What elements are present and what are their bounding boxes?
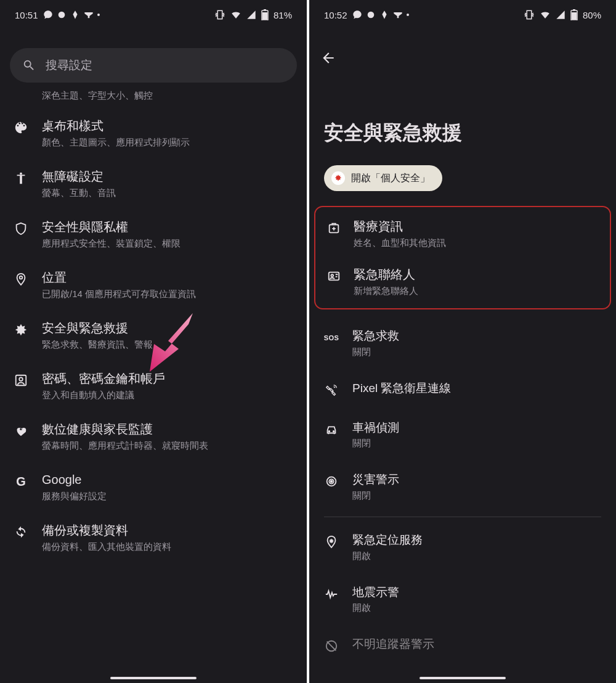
svg-point-4: [20, 173, 22, 175]
setting-sub-partial: 深色主題、字型大小、觸控: [0, 90, 307, 108]
palette-icon: [14, 120, 28, 135]
setting-backup[interactable]: 備份或複製資料 備份資料、匯入其他裝置的資料: [0, 512, 307, 563]
setting-safety-emergency[interactable]: 安全與緊急救援 緊急求救、醫療資訊、警報: [0, 310, 307, 361]
setting-satellite-sos[interactable]: Pixel 緊急衛星連線: [309, 369, 616, 409]
setting-passwords-accounts[interactable]: 密碼、密碼金鑰和帳戶 登入和自動填入的建議: [0, 361, 307, 411]
setting-google[interactable]: G Google 服務與偏好設定: [0, 462, 307, 512]
divider: [324, 517, 601, 517]
wellbeing-icon: [14, 423, 28, 438]
account-box-icon: [14, 373, 28, 388]
status-battery: 80%: [583, 10, 601, 20]
svg-point-19: [331, 481, 333, 483]
svg-point-7: [19, 377, 23, 381]
status-notification-icons: [43, 10, 100, 20]
search-settings[interactable]: 搜尋設定: [10, 48, 297, 83]
vibrate-icon: [214, 9, 225, 20]
battery-icon: [570, 9, 578, 20]
status-system-icons: 81%: [214, 9, 292, 20]
shield-icon: [14, 221, 28, 236]
svg-point-15: [328, 430, 330, 431]
status-system-icons: 80%: [524, 9, 601, 20]
svg-rect-10: [573, 9, 575, 10]
signal-icon: [246, 10, 256, 20]
contact-card-icon: [326, 269, 341, 284]
setting-security-privacy[interactable]: 安全性與隱私權 應用程式安全性、裝置鎖定、權限: [0, 209, 307, 260]
arrow-back-icon: [320, 50, 336, 66]
svg-point-5: [20, 276, 23, 279]
sync-icon: [14, 525, 28, 539]
earthquake-icon: [324, 587, 339, 602]
svg-point-16: [333, 430, 334, 431]
svg-rect-2: [264, 9, 266, 10]
setting-location[interactable]: 位置 已開啟/14 個應用程式可存取位置資訊: [0, 260, 307, 310]
tracker-icon: [324, 639, 339, 653]
satellite-icon: [324, 383, 339, 398]
setting-crisis-alerts[interactable]: 災害警示 關閉: [309, 460, 616, 513]
setting-emergency-location[interactable]: 緊急定位服務 開啟: [309, 521, 616, 573]
nav-bar[interactable]: [110, 677, 197, 679]
emergency-settings-list: SOS 緊急求救 關閉 Pixel 緊急衛星連線 車禍偵測 關閉 災害警示 關閉: [309, 317, 616, 665]
search-placeholder: 搜尋設定: [46, 57, 92, 73]
setting-wallpaper[interactable]: 桌布和樣式 顏色、主題圖示、應用程式排列顯示: [0, 108, 307, 158]
search-icon: [22, 59, 36, 72]
svg-rect-11: [572, 12, 577, 20]
vibrate-icon: [524, 9, 535, 20]
back-button[interactable]: [320, 49, 338, 67]
status-notification-icons: [352, 10, 409, 20]
battery-icon: [261, 9, 269, 20]
open-personal-safety-chip[interactable]: 開啟「個人安全」: [324, 165, 442, 191]
settings-list[interactable]: 桌布和樣式 顏色、主題圖示、應用程式排列顯示 無障礙設定 螢幕、互動、音訊 安全…: [0, 108, 307, 563]
wifi-icon: [230, 9, 241, 20]
status-bar: 10:51 81%: [0, 0, 307, 30]
setting-earthquake-alerts[interactable]: 地震示警 開啟: [309, 573, 616, 626]
setting-car-crash[interactable]: 車禍偵測 關閉: [309, 409, 616, 461]
crisis-icon: [324, 474, 339, 489]
screenshot-right: 10:52 80% 安全與緊急救援 開啟「個人安全」: [309, 0, 616, 683]
highlighted-section: 醫療資訊 姓名、血型和其他資訊 緊急聯絡人 新增緊急聯絡人: [314, 206, 611, 309]
emergency-icon: [14, 322, 28, 337]
svg-point-8: [367, 12, 374, 18]
setting-emergency-sos[interactable]: SOS 緊急求救 關閉: [309, 317, 616, 369]
location-icon: [14, 272, 28, 287]
accessibility-icon: [14, 171, 28, 186]
screenshot-left: 10:51 81% 搜尋設定 深色主題、字型大小、觸控 桌布和樣式: [0, 0, 307, 683]
status-bar: 10:52 80%: [309, 0, 616, 30]
setting-unknown-tracker[interactable]: 不明追蹤器警示: [309, 625, 616, 665]
status-time: 10:51: [15, 10, 38, 20]
status-battery: 81%: [274, 10, 292, 20]
safety-app-icon: [331, 171, 345, 185]
svg-point-0: [58, 12, 65, 18]
setting-emergency-contacts[interactable]: 緊急聯絡人 新增緊急聯絡人: [315, 258, 610, 306]
setting-medical-info[interactable]: 醫療資訊 姓名、血型和其他資訊: [315, 210, 610, 258]
medical-icon: [326, 221, 341, 235]
svg-point-14: [331, 274, 333, 277]
sos-icon: SOS: [324, 330, 339, 345]
svg-rect-3: [262, 12, 267, 20]
chip-label: 開啟「個人安全」: [351, 172, 430, 185]
emergency-location-icon: [324, 534, 339, 549]
setting-accessibility[interactable]: 無障礙設定 螢幕、互動、音訊: [0, 158, 307, 209]
status-time: 10:52: [324, 10, 347, 20]
signal-icon: [556, 10, 565, 20]
wifi-icon: [540, 9, 551, 20]
setting-digital-wellbeing[interactable]: 數位健康與家長監護 螢幕時間、應用程式計時器、就寢時間表: [0, 411, 307, 462]
google-icon: G: [14, 474, 28, 489]
page-title: 安全與緊急救援: [309, 67, 616, 165]
car-crash-icon: [324, 422, 339, 437]
nav-bar[interactable]: [419, 677, 506, 679]
